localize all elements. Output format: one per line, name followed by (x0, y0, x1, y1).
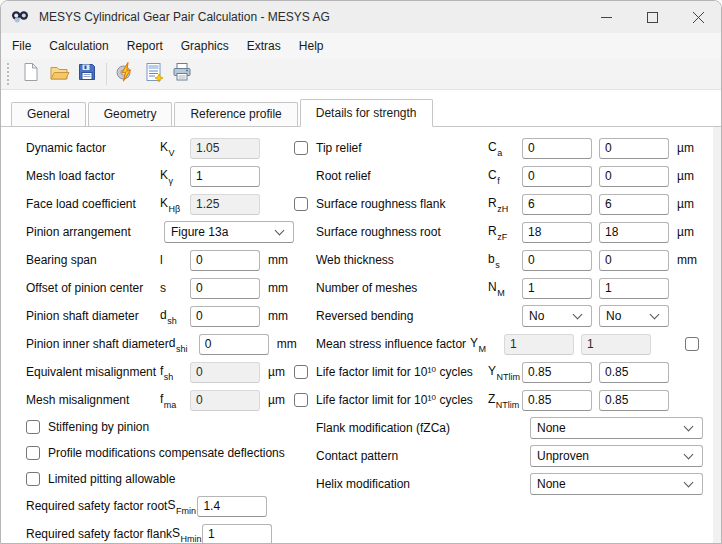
life-factor-limit-for-10-cycles-input-1[interactable] (522, 390, 592, 411)
required-safety-factor-root-input[interactable] (197, 496, 267, 517)
mean-stress-influence-factor-input-1[interactable] (504, 334, 574, 355)
required-safety-factor-root-label: Required safety factor root (26, 499, 167, 513)
life-factor-limit-for-10-cycles-input-2[interactable] (599, 390, 669, 411)
menu-item-graphics[interactable]: Graphics (172, 33, 238, 59)
symbol: Cf (488, 168, 522, 184)
life-factor-limit-for-10-cycles-checkbox[interactable] (294, 365, 308, 379)
save-file-icon (76, 61, 98, 87)
symbol: RzF (488, 224, 522, 240)
menu-item-help[interactable]: Help (290, 33, 333, 59)
tab-reference-profile[interactable]: Reference profile (174, 102, 297, 126)
profile-modifications-compensate-deflections-checkbox[interactable] (26, 446, 40, 460)
row-helix-modification: Helix modificationNone (294, 470, 703, 498)
symbol: Ca (488, 140, 522, 156)
right-gutter (713, 127, 721, 544)
menu-bar: FileCalculationReportGraphicsExtrasHelp (1, 33, 721, 59)
number-of-meshes-input-2[interactable] (599, 278, 669, 299)
minimize-button[interactable] (583, 1, 629, 33)
row-bearing-span: Bearing spanlmm (26, 246, 294, 274)
print-button[interactable] (168, 61, 196, 88)
stiffening-by-pinion-label: Stiffening by pinion (48, 420, 294, 434)
mesh-load-factor-input[interactable] (190, 166, 260, 187)
tip-relief-input-1[interactable] (522, 138, 592, 159)
row-web-thickness: Web thicknessbsmm (294, 246, 703, 274)
symbol: fma (160, 392, 190, 408)
menu-item-file[interactable]: File (3, 33, 40, 59)
symbol-base: C (488, 140, 497, 154)
mean-stress-influence-factor-input-2[interactable] (581, 334, 651, 355)
menu-item-extras[interactable]: Extras (238, 33, 290, 59)
number-of-meshes-input-1[interactable] (522, 278, 592, 299)
flank-modification-fzca-select[interactable]: None (530, 417, 703, 439)
menu-item-calculation[interactable]: Calculation (40, 33, 117, 59)
life-factor-limit-for-10-cycles-input-1[interactable] (522, 362, 592, 383)
web-thickness-input-2[interactable] (599, 250, 669, 271)
symbol-base: l (160, 253, 163, 267)
report-options-icon (143, 61, 165, 87)
life-factor-limit-for-10-cycles-input-2[interactable] (599, 362, 669, 383)
row-required-safety-factor-flank: Required safety factor flankSHmin (26, 520, 294, 544)
close-button[interactable] (675, 1, 721, 33)
new-file-icon (20, 61, 42, 87)
contact-pattern-select[interactable]: Unproven (530, 445, 703, 467)
symbol: KV (160, 140, 190, 156)
face-load-coefficient-input[interactable] (190, 194, 260, 215)
row-life-factor-limit-for-10-cycles: Life factor limit for 10¹⁰ cyclesZNTlim (294, 386, 703, 414)
selected-value: None (537, 421, 566, 435)
symbol-subscript: M (479, 344, 487, 354)
dynamic-factor-input[interactable] (190, 138, 260, 159)
surface-roughness-flank-input-1[interactable] (522, 194, 592, 215)
web-thickness-input-1[interactable] (522, 250, 592, 271)
calculate-button[interactable] (112, 61, 140, 88)
root-relief-input-2[interactable] (599, 166, 669, 187)
new-file-button[interactable] (17, 61, 45, 88)
title-bar: MESYS Cylindrical Gear Pair Calculation … (1, 1, 721, 33)
tip-relief-input-2[interactable] (599, 138, 669, 159)
app-window: MESYS Cylindrical Gear Pair Calculation … (0, 0, 722, 544)
stiffening-by-pinion-checkbox[interactable] (26, 420, 40, 434)
tab-general[interactable]: General (11, 102, 86, 126)
symbol-base: R (488, 224, 497, 238)
chevron-down-icon (684, 449, 694, 459)
unit-label: µm (268, 365, 294, 379)
symbol-subscript: V (169, 148, 175, 158)
surface-roughness-root-input-1[interactable] (522, 222, 592, 243)
symbol-base: K (160, 168, 168, 182)
row-profile-modifications-compensate-deflections: Profile modifications compensate deflect… (26, 440, 294, 466)
symbol-subscript: ma (164, 400, 177, 410)
mean-stress-influence-factor-override-checkbox[interactable] (685, 337, 699, 351)
symbol-base: Y (470, 336, 478, 350)
root-relief-input-1[interactable] (522, 166, 592, 187)
symbol-subscript: sh (167, 316, 177, 326)
limited-pitting-allowable-label: Limited pitting allowable (48, 472, 294, 486)
required-safety-factor-flank-input[interactable] (202, 524, 272, 544)
save-file-button[interactable] (73, 61, 101, 88)
reversed-bending-select[interactable]: No (522, 305, 592, 327)
surface-roughness-root-input-2[interactable] (599, 222, 669, 243)
reversed-bending-select[interactable]: No (599, 305, 669, 327)
maximize-button[interactable] (629, 1, 675, 33)
pinion-shaft-diameter-input[interactable] (190, 306, 260, 327)
mesh-misalignment-input[interactable] (190, 390, 260, 411)
bearing-span-input[interactable] (190, 250, 260, 271)
tab-details-for-strength[interactable]: Details for strength (300, 99, 433, 127)
pinion-arrangement-select[interactable]: Figure 13a (164, 221, 294, 243)
mesys-logo-icon (11, 7, 31, 27)
pinion-inner-shaft-diameter-input[interactable] (199, 334, 269, 355)
symbol-base: S (167, 498, 175, 512)
report-options-button[interactable] (140, 61, 168, 88)
limited-pitting-allowable-checkbox[interactable] (26, 472, 40, 486)
open-file-button[interactable] (45, 61, 73, 88)
tab-geometry[interactable]: Geometry (88, 102, 173, 126)
helix-modification-select[interactable]: None (530, 473, 703, 495)
offset-of-pinion-center-input[interactable] (190, 278, 260, 299)
toolbar-drag-handle[interactable] (7, 63, 11, 85)
mesh-misalignment-label: Mesh misalignment (26, 393, 160, 407)
equivalent-misalignment-input[interactable] (190, 362, 260, 383)
symbol-base: Z (488, 392, 495, 406)
life-factor-limit-for-10-cycles-checkbox[interactable] (294, 393, 308, 407)
tip-relief-checkbox[interactable] (294, 141, 308, 155)
surface-roughness-flank-checkbox[interactable] (294, 197, 308, 211)
menu-item-report[interactable]: Report (118, 33, 172, 59)
surface-roughness-flank-input-2[interactable] (599, 194, 669, 215)
